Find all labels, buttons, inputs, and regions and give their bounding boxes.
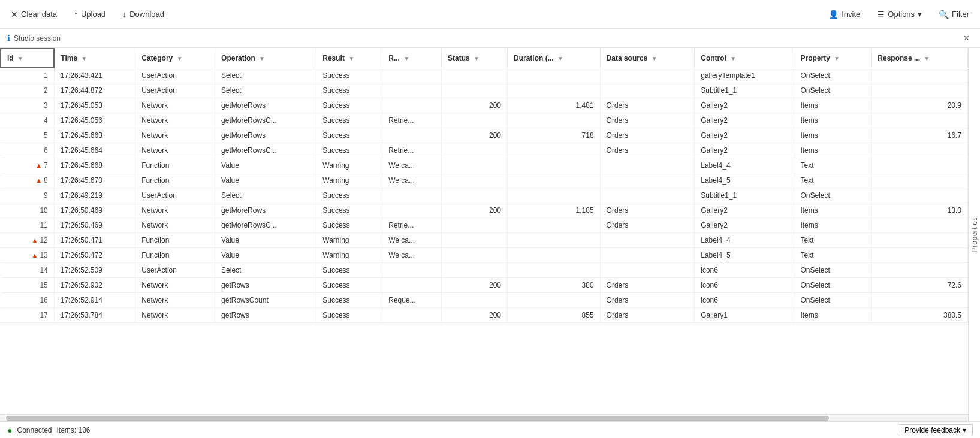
table-row[interactable]: ▲ 1217:26:50.471FunctionValueWarningWe c… [1,233,968,248]
horizontal-scrollbar[interactable] [0,414,968,421]
session-bar-left: ℹ Studio session [7,34,61,43]
table-cell: UserAction [135,188,215,203]
invite-button[interactable]: 👤 Invite [825,7,864,22]
table-cell: Items [794,308,872,323]
table-cell: OnSelect [794,293,872,308]
clear-data-button[interactable]: ✕ Clear data [7,7,61,22]
table-row[interactable]: 1717:26:53.784NetworkgetRowsSuccess20085… [1,308,968,323]
options-button[interactable]: ☰ Options ▾ [873,7,925,22]
table-row[interactable]: ▲ 1317:26:50.472FunctionValueWarningWe c… [1,248,968,263]
col-id[interactable]: Id ▼ [1,49,54,68]
session-close-button[interactable]: × [960,32,973,45]
table-cell: Items [794,218,872,233]
options-icon: ☰ [877,10,885,19]
table-row[interactable]: ▲ 717:26:45.668FunctionValueWarningWe ca… [1,158,968,173]
table-row[interactable]: 617:26:45.664NetworkgetMoreRowsC...Succe… [1,143,968,158]
table-row[interactable]: 1617:26:52.914NetworkgetRowsCountSuccess… [1,293,968,308]
table-cell: 200 [442,203,508,218]
table-cell: getMoreRows [215,98,316,113]
col-operation[interactable]: Operation ▼ [215,49,316,68]
col-result[interactable]: Result ▼ [316,49,382,68]
table-cell [382,188,442,203]
table-cell: Select [215,68,316,83]
table-row[interactable]: 317:26:45.053NetworkgetMoreRowsSuccess20… [1,98,968,113]
table-cell [872,83,968,98]
table-cell [382,308,442,323]
download-label: Download [129,10,164,19]
col-category[interactable]: Category ▼ [135,49,215,68]
table-cell: 20.9 [872,98,968,113]
table-cell: 17:26:50.472 [54,248,135,263]
table-cell [600,263,695,278]
table-cell [442,233,508,248]
table-cell [600,158,695,173]
table-cell [507,263,600,278]
sort-icon-result: ▼ [348,55,354,62]
main-container: Id ▼ Time ▼ Category ▼ Operation ▼ Resul… [0,48,980,421]
table-cell [600,173,695,188]
upload-button[interactable]: ↑ Upload [70,7,109,22]
col-duration[interactable]: Duration (... ▼ [507,49,600,68]
side-panel[interactable]: Properties [968,48,980,421]
table-cell [872,233,968,248]
table-cell: Function [135,248,215,263]
filter-button[interactable]: 🔍 Filter [935,7,973,22]
table-cell: getMoreRows [215,203,316,218]
table-cell: Orders [600,113,695,128]
table-row[interactable]: 1117:26:50.469NetworkgetMoreRowsC...Succ… [1,218,968,233]
table-cell: Value [215,233,316,248]
table-row[interactable]: 1417:26:52.509UserActionSelectSuccessico… [1,263,968,278]
download-button[interactable]: ↓ Download [119,7,168,22]
table-row[interactable]: 417:26:45.056NetworkgetMoreRowsC...Succe… [1,113,968,128]
table-cell: Warning [316,248,382,263]
table-cell: 17:26:50.471 [54,233,135,248]
table-cell: ▲ 13 [1,248,54,263]
items-count: Items: 106 [57,426,91,434]
col-time[interactable]: Time ▼ [54,49,135,68]
table-row[interactable]: ▲ 817:26:45.670FunctionValueWarningWe ca… [1,173,968,188]
col-response[interactable]: Response ... ▼ [872,49,968,68]
table-cell: Gallery1 [695,308,794,323]
col-status[interactable]: Status ▼ [442,49,508,68]
table-cell: Network [135,113,215,128]
table-wrapper[interactable]: Id ▼ Time ▼ Category ▼ Operation ▼ Resul… [0,48,968,414]
col-control[interactable]: Control ▼ [695,49,794,68]
col-r[interactable]: R... ▼ [382,49,442,68]
table-cell: Items [794,143,872,158]
table-cell: Orders [600,203,695,218]
table-cell: 6 [1,143,54,158]
col-datasource[interactable]: Data source ▼ [600,49,695,68]
table-cell: Network [135,308,215,323]
table-cell [382,83,442,98]
table-cell [442,113,508,128]
table-row[interactable]: 1517:26:52.902NetworkgetRowsSuccess20038… [1,278,968,293]
table-cell: 16 [1,293,54,308]
table-cell: icon6 [695,293,794,308]
col-property[interactable]: Property ▼ [794,49,872,68]
table-row[interactable]: 117:26:43.421UserActionSelectSuccessgall… [1,68,968,83]
table-cell [382,98,442,113]
table-cell: OnSelect [794,188,872,203]
table-cell: 200 [442,98,508,113]
table-cell: Success [316,203,382,218]
table-row[interactable]: 217:26:44.872UserActionSelectSuccessSubt… [1,83,968,98]
clear-label: Clear data [21,10,57,19]
table-row[interactable]: 917:26:49.219UserActionSelectSuccessSubt… [1,188,968,203]
table-cell: 1 [1,68,54,83]
scrollbar-thumb[interactable] [6,416,829,421]
table-cell [442,263,508,278]
provide-feedback-button[interactable]: Provide feedback ▾ [898,424,973,436]
table-row[interactable]: 517:26:45.663NetworkgetMoreRowsSuccess20… [1,128,968,143]
feedback-label: Provide feedback [904,426,960,434]
table-cell: Label4_5 [695,173,794,188]
table-cell: We ca... [382,248,442,263]
table-row[interactable]: 1017:26:50.469NetworkgetMoreRowsSuccess2… [1,203,968,218]
sort-icon-category: ▼ [177,55,183,62]
chevron-down-icon: ▾ [918,10,922,19]
table-cell: 17:26:45.670 [54,173,135,188]
table-cell: Items [794,128,872,143]
table-cell: Network [135,278,215,293]
table-cell: Value [215,248,316,263]
table-cell: 17 [1,308,54,323]
table-cell [442,188,508,203]
